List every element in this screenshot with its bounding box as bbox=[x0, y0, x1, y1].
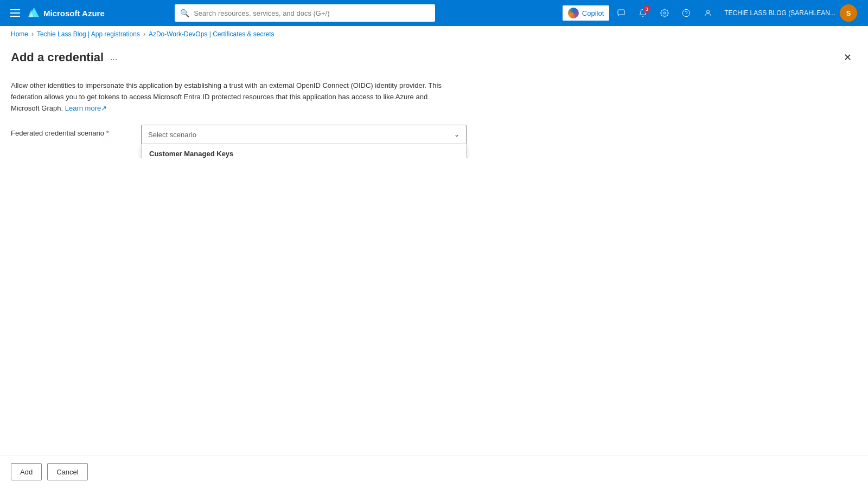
copilot-icon bbox=[568, 8, 579, 18]
search-bar[interactable]: 🔍 bbox=[175, 4, 435, 22]
page-content: Add a credential ... ✕ Allow other ident… bbox=[0, 42, 868, 158]
settings-button[interactable] bbox=[655, 3, 674, 23]
page-header: Add a credential ... ✕ bbox=[11, 48, 857, 67]
breadcrumb-home[interactable]: Home bbox=[11, 30, 28, 38]
breadcrumb-app-registrations[interactable]: Techie Lass Blog | App registrations bbox=[37, 30, 140, 38]
svg-point-2 bbox=[683, 9, 690, 16]
svg-rect-0 bbox=[618, 10, 624, 15]
topnav-actions: Copilot 3 TECHIE LASS BLOG (SARAHLEAN...… bbox=[563, 0, 861, 26]
svg-point-4 bbox=[707, 10, 710, 13]
copilot-button[interactable]: Copilot bbox=[563, 5, 609, 21]
search-icon: 🔍 bbox=[180, 9, 189, 17]
notification-badge: 3 bbox=[643, 5, 650, 13]
help-button[interactable] bbox=[676, 3, 696, 23]
dropdown-trigger[interactable]: Select scenario ⌄ bbox=[141, 125, 467, 144]
svg-point-1 bbox=[663, 12, 666, 14]
notifications-button[interactable]: 3 bbox=[633, 3, 653, 23]
dropdown-menu: Customer Managed Keys Encrypt data in th… bbox=[141, 144, 467, 158]
breadcrumb-certificates[interactable]: AzDo-Work-DevOps | Certificates & secret… bbox=[149, 30, 275, 38]
required-indicator: * bbox=[106, 129, 109, 137]
topnav: Microsoft Azure 🔍 Copilot 3 TECHIE LASS … bbox=[0, 0, 868, 26]
breadcrumb: Home › Techie Lass Blog | App registrati… bbox=[0, 26, 868, 42]
chevron-down-icon: ⌄ bbox=[454, 131, 459, 138]
page-title-ellipsis[interactable]: ... bbox=[110, 53, 117, 62]
user-menu[interactable]: TECHIE LASS BLOG (SARAHLEAN... S bbox=[720, 0, 861, 26]
scenario-dropdown[interactable]: Select scenario ⌄ Customer Managed Keys … bbox=[141, 125, 467, 144]
learn-more-link[interactable]: Learn more↗ bbox=[65, 104, 107, 112]
dropdown-item-customer-managed-keys[interactable]: Customer Managed Keys Encrypt data in th… bbox=[142, 144, 466, 158]
directory-button[interactable] bbox=[698, 3, 718, 23]
hamburger-menu[interactable] bbox=[7, 4, 24, 22]
close-button[interactable]: ✕ bbox=[838, 48, 857, 67]
form-row-scenario: Federated credential scenario * Select s… bbox=[11, 125, 857, 144]
form-label-scenario: Federated credential scenario * bbox=[11, 125, 130, 137]
search-input[interactable] bbox=[194, 9, 430, 17]
page-description: Allow other identities to impersonate th… bbox=[11, 80, 456, 114]
azure-logo: Microsoft Azure bbox=[28, 8, 105, 18]
feedback-button[interactable] bbox=[611, 3, 631, 23]
page-title: Add a credential bbox=[11, 50, 104, 65]
avatar: S bbox=[840, 4, 857, 22]
